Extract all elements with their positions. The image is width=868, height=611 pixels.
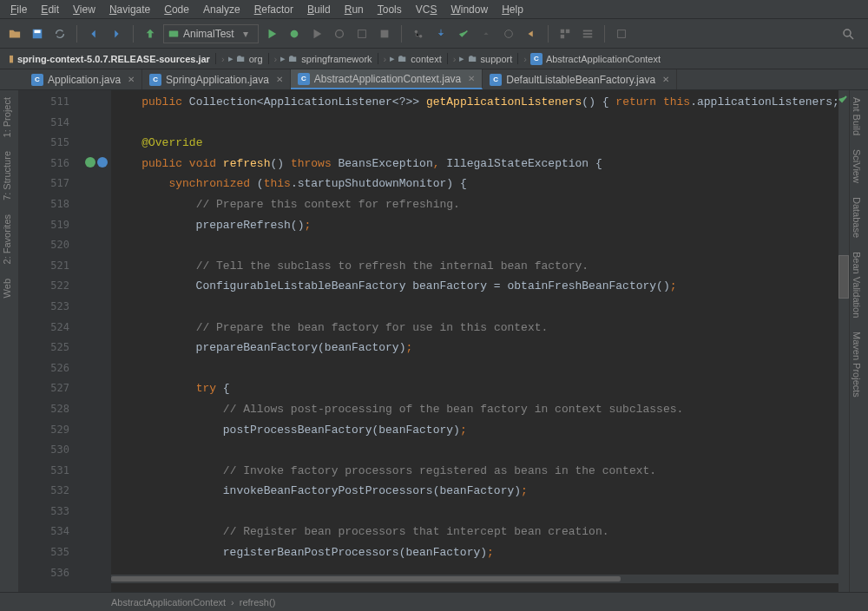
menu-vcs[interactable]: VCS xyxy=(411,2,443,17)
code-line[interactable]: public void refresh() throws BeansExcept… xyxy=(111,154,868,174)
line-number[interactable]: 534 xyxy=(19,522,111,542)
push-button[interactable] xyxy=(477,24,496,43)
line-number[interactable]: 531 xyxy=(19,461,111,482)
line-number[interactable]: 536 xyxy=(19,563,111,584)
code-line[interactable] xyxy=(111,235,868,256)
override-marker-icon[interactable] xyxy=(85,157,108,168)
code-line[interactable] xyxy=(111,358,868,379)
tool-ant-build[interactable]: Ant Build xyxy=(850,90,864,142)
menu-refactor[interactable]: Refactor xyxy=(249,2,299,17)
back-button[interactable] xyxy=(84,24,103,43)
run-button[interactable] xyxy=(262,24,281,43)
code-line[interactable] xyxy=(111,113,868,134)
sync-button[interactable] xyxy=(50,24,69,43)
search-everywhere-icon[interactable] xyxy=(838,24,858,43)
more-button[interactable] xyxy=(612,24,631,43)
debug-button[interactable] xyxy=(285,24,304,43)
menu-edit[interactable]: Edit xyxy=(36,2,64,17)
menu-build[interactable]: Build xyxy=(302,2,336,17)
code-line[interactable]: try { xyxy=(111,378,868,399)
menu-code[interactable]: Code xyxy=(159,2,194,17)
tab-DefaultListableBeanFactory[interactable]: CDefaultListableBeanFactory.java✕ xyxy=(483,69,677,89)
line-number[interactable]: 516 xyxy=(19,154,111,174)
structure-btn[interactable] xyxy=(556,24,575,43)
breadcrumb-item[interactable]: › ▸ 🖿 support xyxy=(448,53,518,64)
hscroll-thumb[interactable] xyxy=(111,576,621,581)
line-number[interactable]: 525 xyxy=(19,338,111,358)
code-area[interactable]: public Collection<ApplicationListener<?>… xyxy=(111,90,868,604)
code-line[interactable]: // Invoke factory processors registered … xyxy=(111,461,868,482)
line-number[interactable]: 520 xyxy=(19,235,111,256)
line-number[interactable]: 518 xyxy=(19,194,111,215)
line-number[interactable]: 514 xyxy=(19,113,111,134)
revert-button[interactable] xyxy=(522,24,541,43)
line-number[interactable]: 528 xyxy=(19,399,111,420)
line-number[interactable]: 517 xyxy=(19,174,111,194)
close-icon[interactable]: ✕ xyxy=(662,75,669,84)
line-number[interactable]: 511 xyxy=(19,92,111,113)
code-line[interactable]: // Register bean processors that interce… xyxy=(111,522,868,542)
bottom-crumb-class[interactable]: AbstractApplicationContext xyxy=(111,597,226,608)
run-last-button[interactable] xyxy=(352,24,372,43)
code-line[interactable] xyxy=(111,440,868,461)
breadcrumb-item[interactable]: ▮ spring-context-5.0.7.RELEASE-sources.j… xyxy=(3,53,216,64)
line-number[interactable]: 526 xyxy=(19,358,111,379)
breadcrumb-item[interactable]: › C AbstractApplicationContext xyxy=(518,53,666,65)
coverage-button[interactable] xyxy=(307,24,326,43)
tool-bean-validation[interactable]: Bean Validation xyxy=(850,245,864,325)
close-icon[interactable]: ✕ xyxy=(276,75,283,84)
menu-run[interactable]: Run xyxy=(339,2,369,17)
code-line[interactable]: synchronized (this.startupShutdownMonito… xyxy=(111,174,868,194)
tab-SpringApplication[interactable]: CSpringApplication.java✕ xyxy=(142,69,291,89)
code-line[interactable]: prepareRefresh(); xyxy=(111,215,868,236)
breadcrumb-item[interactable]: › ▸ 🖿 org xyxy=(216,53,269,64)
line-number[interactable]: 521 xyxy=(19,256,111,277)
bottom-crumb-method[interactable]: refresh() xyxy=(240,597,276,608)
horizontal-scrollbar[interactable] xyxy=(111,575,838,583)
code-line[interactable]: @Override xyxy=(111,133,868,154)
code-line[interactable]: registerBeanPostProcessors(beanFactory); xyxy=(111,542,868,563)
line-number[interactable]: 524 xyxy=(19,318,111,338)
line-number[interactable]: 522 xyxy=(19,276,111,297)
code-line[interactable]: prepareBeanFactory(beanFactory); xyxy=(111,338,868,358)
code-line[interactable]: // Prepare the bean factory for use in t… xyxy=(111,318,868,338)
breadcrumb-item[interactable]: › ▸ 🖿 springframework xyxy=(269,53,378,64)
line-number[interactable]: 523 xyxy=(19,297,111,318)
line-number[interactable]: 535 xyxy=(19,542,111,563)
git-button[interactable] xyxy=(409,24,428,43)
tool----project[interactable]: 1: Project xyxy=(0,90,14,144)
profile-button[interactable] xyxy=(330,24,349,43)
tool-sciview[interactable]: SciView xyxy=(850,142,864,190)
run-config-combo[interactable]: AnimalTest ▾ xyxy=(163,24,259,43)
save-all-button[interactable] xyxy=(28,24,47,43)
line-number[interactable]: 515 xyxy=(19,133,111,154)
tab-Application[interactable]: CApplication.java✕ xyxy=(24,69,142,89)
open-button[interactable] xyxy=(5,24,24,43)
tool-maven-projects[interactable]: Maven Projects xyxy=(850,325,864,404)
tool-web[interactable]: Web xyxy=(0,272,14,305)
menu-tools[interactable]: Tools xyxy=(372,2,407,17)
scroll-thumb[interactable] xyxy=(838,255,849,299)
close-icon[interactable]: ✕ xyxy=(128,75,135,84)
line-number[interactable]: 529 xyxy=(19,420,111,441)
line-number[interactable]: 527 xyxy=(19,378,111,399)
tool-database[interactable]: Database xyxy=(850,190,864,245)
forward-button[interactable] xyxy=(107,24,126,43)
code-line[interactable] xyxy=(111,297,868,318)
stop-button[interactable] xyxy=(375,24,394,43)
tool----favorites[interactable]: 2: Favorites xyxy=(0,207,14,271)
line-number[interactable]: 519 xyxy=(19,215,111,236)
close-icon[interactable]: ✕ xyxy=(468,74,475,83)
make-button[interactable] xyxy=(141,24,160,43)
code-line[interactable]: // Tell the subclass to refresh the inte… xyxy=(111,256,868,277)
line-number[interactable]: 530 xyxy=(19,440,111,461)
code-line[interactable]: // Prepare this context for refreshing. xyxy=(111,194,868,215)
menu-file[interactable]: File xyxy=(5,2,32,17)
tab-AbstractApplicationContext[interactable]: CAbstractApplicationContext.java✕ xyxy=(291,69,483,89)
code-line[interactable]: postProcessBeanFactory(beanFactory); xyxy=(111,420,868,441)
breadcrumb-item[interactable]: › ▸ 🖿 context xyxy=(378,53,448,64)
menu-help[interactable]: Help xyxy=(496,2,529,17)
commit-button[interactable] xyxy=(454,24,473,43)
line-number[interactable]: 533 xyxy=(19,502,111,522)
settings-button[interactable] xyxy=(578,24,597,43)
